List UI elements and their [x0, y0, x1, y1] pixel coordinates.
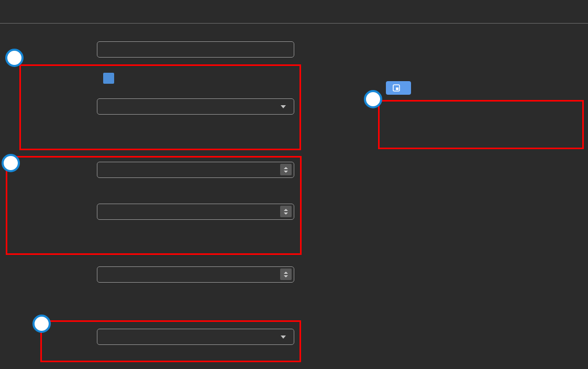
- annotation-letter-b: [5, 49, 24, 67]
- language-select[interactable]: [97, 329, 294, 345]
- min-cf-score-increment-input[interactable]: [97, 266, 294, 283]
- min-cf-score-input[interactable]: [97, 162, 294, 178]
- number-spinner[interactable]: [280, 206, 292, 217]
- upgrade-until-select[interactable]: [97, 98, 294, 115]
- edit-groups-button[interactable]: [386, 81, 411, 95]
- upgrades-allowed-checkbox[interactable]: [103, 73, 114, 84]
- chevron-down-icon: [281, 336, 286, 339]
- edit-quality-profile-modal: [0, 0, 588, 369]
- upgrade-until-cf-score-input[interactable]: [97, 204, 294, 220]
- edit-groups-icon: [393, 84, 400, 92]
- number-spinner[interactable]: [280, 164, 292, 175]
- name-input[interactable]: [97, 41, 294, 58]
- number-spinner[interactable]: [280, 269, 292, 280]
- chevron-down-icon: [281, 105, 286, 108]
- annotation-letter-d: [32, 315, 51, 333]
- annotation-letter-a: [364, 90, 382, 108]
- annotation-letter-c: [2, 154, 20, 172]
- annotation-box-a: [378, 100, 584, 149]
- modal-header: [0, 0, 588, 24]
